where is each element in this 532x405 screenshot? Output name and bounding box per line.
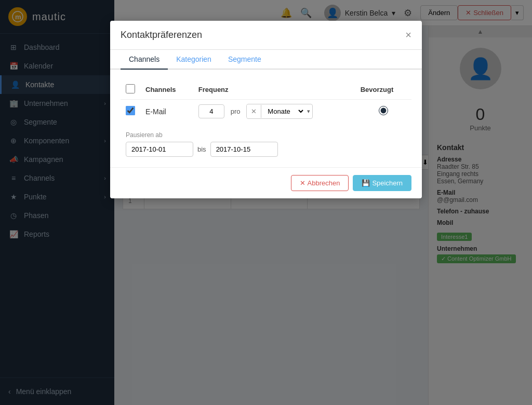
freq-select-wrapper: ✕ Monate Wochen Tage ▾ [246,104,313,119]
pause-label: Pausieren ab [126,131,406,139]
email-checkbox-cell [121,100,140,124]
email-checkbox[interactable] [126,106,135,115]
modal-title: Kontaktpräferenzen [121,30,202,40]
channel-row-email: E-Mail pro ✕ Monate Wochen Tage [121,100,411,124]
email-preferred-cell [355,100,411,124]
save-icon: 💾 [362,179,370,187]
channel-table: Channels Frequenz Bevorzugt E-Mail [121,80,411,123]
modal-tab-channels[interactable]: Channels [121,50,168,70]
col-channels-header: Channels [140,80,193,100]
preferred-radio[interactable] [379,106,388,115]
modal-tab-segmente[interactable]: Segmente [220,50,270,70]
save-button[interactable]: 💾 Speichern [353,175,411,191]
col-checkbox-header [121,80,140,100]
col-frequenz-header: Frequenz [193,80,355,100]
modal-close-button[interactable]: × [405,29,411,41]
freq-dropdown-arrow: ▾ [305,105,312,117]
pause-from-input[interactable] [126,142,193,157]
email-channel-label: E-Mail [140,100,193,124]
modal-overlay: Kontaktpräferenzen × Channels Kategorien… [0,0,532,405]
freq-select[interactable]: Monate Wochen Tage [261,104,305,118]
pro-label: pro [231,107,241,115]
modal-header: Kontaktpräferenzen × [110,21,422,50]
save-label: Speichern [372,179,403,187]
cancel-label: Abbrechen [308,179,340,187]
select-all-checkbox[interactable] [126,84,135,93]
pause-to-input[interactable] [210,142,278,157]
bis-label: bis [197,145,206,153]
modal-tab-kategorien[interactable]: Kategorien [168,50,220,70]
modal-tabs: Channels Kategorien Segmente [110,50,422,70]
email-freq-cell: pro ✕ Monate Wochen Tage ▾ [193,100,355,124]
col-bevorzugt-header: Bevorzugt [355,80,411,100]
modal-footer: ✕ Abbrechen 💾 Speichern [110,167,422,198]
freq-value-input[interactable] [198,104,224,118]
cancel-x-icon: ✕ [300,179,305,187]
modal-body: Channels Frequenz Bevorzugt E-Mail [110,70,422,167]
freq-clear-button[interactable]: ✕ [247,105,261,118]
pause-section: Pausieren ab bis [121,131,411,157]
modal-dialog: Kontaktpräferenzen × Channels Kategorien… [110,21,422,198]
pause-dates: bis [126,142,406,157]
cancel-button[interactable]: ✕ Abbrechen [291,175,349,191]
